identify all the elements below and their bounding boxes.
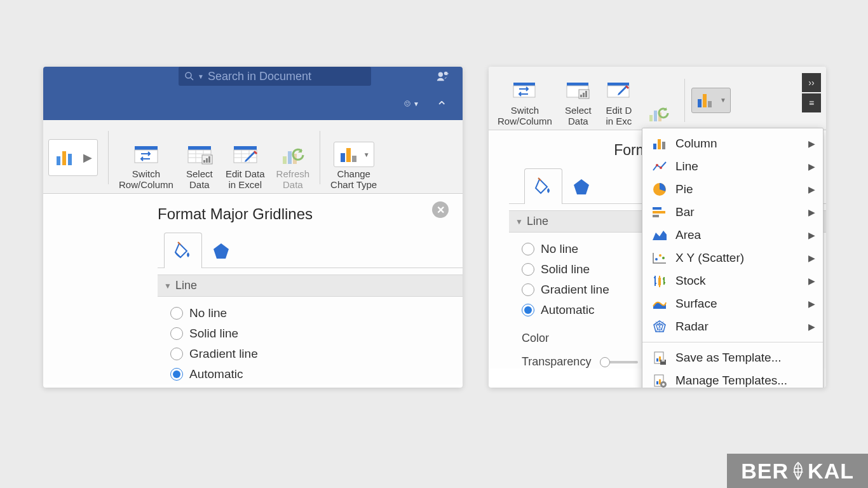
change-chart-type-button[interactable]: ▼ Change Chart Type (327, 124, 381, 191)
chevron-right-icon: ▶ (808, 299, 815, 309)
svg-point-0 (186, 72, 191, 78)
separator (684, 79, 685, 122)
search-placeholder: Search in Document (208, 70, 311, 83)
refresh-label: Refresh Data (276, 169, 310, 191)
chevron-down-icon: ▼ (413, 100, 419, 107)
dd-manage-templates[interactable]: Manage Templates... (642, 369, 823, 388)
chart-style-button[interactable]: ▶ (48, 139, 98, 176)
svg-rect-39 (703, 94, 707, 107)
dd-save-template[interactable]: Save as Template... (642, 346, 823, 369)
chevron-down-icon: ▼ (198, 73, 204, 80)
close-button[interactable]: ✕ (432, 201, 449, 218)
svg-rect-53 (658, 278, 661, 285)
select-data-button[interactable]: Select Data (560, 73, 597, 127)
search-input[interactable]: ▼ Search in Document (179, 67, 371, 86)
feedback-button[interactable]: ▼ (404, 96, 419, 111)
dd-line[interactable]: Line▶ (642, 155, 823, 178)
svg-point-45 (660, 166, 662, 169)
svg-rect-35 (649, 115, 653, 121)
manage-templates-icon (653, 374, 667, 388)
dd-column[interactable]: Column▶ (642, 132, 823, 155)
surface-chart-icon (652, 297, 667, 310)
dd-scatter[interactable]: X Y (Scatter)▶ (642, 247, 823, 269)
svg-rect-31 (583, 93, 585, 97)
radio-no-line[interactable]: No line (170, 303, 463, 323)
dd-stock[interactable]: Stock▶ (642, 269, 823, 292)
chevron-right-icon: ▶ (808, 161, 815, 172)
edit-label: Edit D in Exc (606, 105, 632, 127)
collapse-ribbon-button[interactable]: ⌃ (436, 98, 447, 115)
svg-rect-33 (607, 83, 629, 86)
chevron-down-icon: ▼ (164, 281, 172, 290)
radio-automatic[interactable]: Automatic (170, 364, 463, 384)
effects-tab[interactable] (202, 233, 240, 268)
refresh-data-button (641, 73, 678, 127)
refresh-data-button: Refresh Data (273, 124, 314, 191)
switch-row-column-button[interactable]: Switch Row/Column (494, 73, 556, 127)
svg-rect-25 (513, 83, 535, 86)
chevron-down-icon: ▼ (363, 151, 370, 158)
separator (642, 342, 823, 342)
switch-row-column-button[interactable]: Switch Row/Column (115, 124, 177, 191)
menu-button[interactable]: ≡ (802, 93, 821, 112)
svg-rect-24 (352, 156, 356, 162)
svg-rect-47 (653, 207, 661, 210)
svg-point-1 (438, 72, 443, 77)
svg-rect-49 (653, 215, 659, 217)
line-chart-icon (652, 160, 667, 173)
svg-rect-30 (580, 95, 582, 97)
radio-solid-line[interactable]: Solid line (170, 323, 463, 344)
svg-point-50 (655, 258, 658, 261)
svg-rect-48 (653, 211, 665, 214)
dd-radar[interactable]: Radar▶ (642, 315, 823, 338)
edit-data-button[interactable]: Edit D in Exc (600, 73, 637, 127)
svg-rect-15 (206, 158, 208, 163)
svg-point-4 (406, 102, 407, 103)
chevron-right-icon: ▶ (808, 139, 815, 149)
switch-label: Switch Row/Column (119, 169, 173, 191)
svg-point-44 (656, 164, 658, 166)
dd-area[interactable]: Area▶ (642, 224, 823, 247)
chevron-down-icon: ▼ (515, 217, 523, 226)
dd-surface[interactable]: Surface▶ (642, 292, 823, 315)
svg-rect-7 (62, 151, 66, 165)
format-panel: ✕ Format Major Gridlines ▼Line No line S… (43, 194, 463, 384)
separator (108, 131, 109, 184)
edit-data-button[interactable]: Edit Data in Excel (222, 124, 269, 191)
svg-rect-40 (708, 101, 712, 107)
radio-gradient-line[interactable]: Gradient line (170, 344, 463, 364)
svg-rect-27 (567, 83, 588, 86)
svg-point-63 (662, 383, 665, 386)
transparency-slider[interactable] (600, 361, 638, 363)
svg-rect-55 (656, 358, 658, 362)
switch-label: Switch Row/Column (498, 105, 552, 127)
select-label: Select Data (186, 169, 213, 191)
switch-icon (512, 79, 538, 102)
edit-label: Edit Data in Excel (226, 169, 265, 191)
effects-tab[interactable] (562, 168, 600, 204)
select-data-button[interactable]: Select Data (181, 124, 218, 191)
panel-title: Format Major Gridlines (158, 200, 463, 232)
save-template-icon (653, 351, 667, 365)
svg-point-52 (662, 257, 665, 259)
dd-pie[interactable]: Pie▶ (642, 178, 823, 201)
svg-rect-14 (203, 160, 205, 163)
share-icon[interactable] (435, 69, 451, 86)
dd-bar[interactable]: Bar▶ (642, 201, 823, 224)
area-chart-icon (652, 229, 667, 241)
more-button[interactable]: ›› (802, 73, 821, 92)
svg-rect-43 (662, 142, 665, 149)
fill-line-tab[interactable] (164, 233, 202, 268)
chevron-right-icon: ▶ (83, 151, 92, 165)
bar-chart-icon (652, 206, 667, 219)
watermark: BER KAL (727, 454, 868, 488)
fill-line-tab[interactable] (524, 168, 562, 204)
change-chart-icon (338, 146, 361, 163)
svg-point-51 (659, 254, 661, 257)
ribbon-overflow: ›› ≡ (802, 73, 821, 112)
change-chart-type-button[interactable]: ▼ (691, 88, 731, 113)
line-section-header[interactable]: ▼Line (158, 274, 463, 297)
select-data-icon (186, 142, 214, 166)
switch-icon (132, 142, 160, 166)
paint-bucket-icon (533, 177, 553, 197)
